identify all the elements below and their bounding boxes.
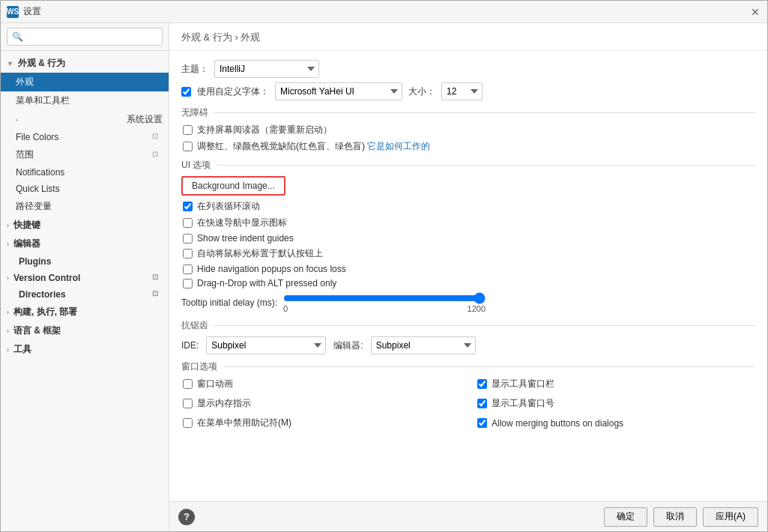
background-image-button[interactable]: Background Image... — [181, 176, 285, 196]
size-label: 大小： — [408, 85, 435, 98]
title-bar: WS 设置 ✕ — [1, 1, 767, 23]
window-animation-row: 窗口动画 — [181, 378, 461, 390]
show-icons-checkbox[interactable] — [183, 218, 193, 228]
sidebar-item-path-variables[interactable]: 路径变量 — [1, 197, 169, 216]
sidebar-item-quick-lists[interactable]: Quick Lists — [1, 181, 169, 197]
action-buttons: 确定 取消 应用(A) — [604, 507, 758, 527]
show-memory-row: 显示内存指示 — [181, 397, 461, 410]
screen-reader-label: 支持屏幕阅读器（需要重新启动） — [197, 124, 332, 136]
drag-drop-checkbox[interactable] — [183, 279, 193, 288]
slider-max-label: 1200 — [468, 304, 486, 313]
file-colors-icon: ⊡ — [152, 132, 163, 142]
drag-drop-row: Drag-n-Drop with ALT pressed only — [181, 278, 755, 288]
show-toolbar-numbers-label: 显示工具窗口号 — [492, 397, 554, 410]
sidebar-section-version-control[interactable]: › Version Control ⊡ — [1, 270, 169, 286]
auto-default-btn-row: 自动将鼠标光标置于默认按钮上 — [181, 247, 755, 260]
show-toolbar-numbers-row: 显示工具窗口号 — [476, 397, 755, 410]
show-toolbar-label: 显示工具窗口栏 — [492, 378, 554, 390]
apply-button[interactable]: 应用(A) — [703, 507, 758, 527]
title-bar-left: WS 设置 — [7, 5, 41, 18]
scroll-list-checkbox[interactable] — [183, 202, 193, 211]
ok-button[interactable]: 确定 — [604, 507, 647, 527]
screen-reader-row: 支持屏幕阅读器（需要重新启动） — [181, 124, 755, 136]
font-row: 使用自定义字体： Microsoft YaHei UI 大小： 12 — [181, 82, 755, 100]
cancel-button[interactable]: 取消 — [653, 507, 697, 527]
allow-merging-label: Allow merging buttons on dialogs — [492, 418, 623, 429]
vc-arrow: › — [7, 274, 9, 282]
directories-icon: ⊡ — [152, 289, 163, 300]
tooltip-slider[interactable] — [283, 292, 486, 304]
sidebar-section-build[interactable]: › 构建, 执行, 部署 — [1, 303, 169, 321]
sidebar-item-menus-toolbars[interactable]: 菜单和工具栏 — [1, 91, 169, 110]
tooltip-label: Tooltip initial delay (ms): — [181, 297, 277, 308]
allow-merging-checkbox[interactable] — [477, 418, 487, 428]
settings-content: 主题： IntelliJ 使用自定义字体： Microsoft YaHei UI… — [169, 51, 767, 501]
sidebar-section-shortcuts[interactable]: › 快捷键 — [1, 216, 169, 235]
color-adjust-label: 调整红、绿颜色视觉缺陷(红色盲、绿色盲) 它是如何工作的 — [197, 140, 430, 153]
sidebar-section-plugins[interactable]: Plugins — [1, 253, 169, 270]
sidebar-item-file-colors[interactable]: File Colors ⊡ — [1, 129, 169, 145]
hide-nav-popup-row: Hide navigation popups on focus loss — [181, 264, 755, 274]
window-options-grid: 窗口动画 显示工具窗口栏 显示内存指示 显示工具窗口号 — [181, 378, 755, 433]
app-icon: WS — [7, 6, 19, 18]
search-input[interactable] — [7, 28, 163, 46]
tree-indent-checkbox[interactable] — [183, 234, 193, 244]
show-memory-label: 显示内存指示 — [197, 397, 251, 410]
show-memory-checkbox[interactable] — [183, 399, 193, 408]
hide-nav-popup-checkbox[interactable] — [183, 265, 193, 274]
sidebar-section-appearance-behavior[interactable]: ▼ 外观 & 行为 — [1, 54, 169, 73]
window-animation-label: 窗口动画 — [197, 378, 233, 390]
bottom-bar: ? 确定 取消 应用(A) — [169, 501, 767, 531]
sidebar-item-notifications[interactable]: Notifications — [1, 164, 169, 181]
window-options-section-label: 窗口选项 — [181, 360, 755, 373]
slider-min-label: 0 — [283, 304, 288, 313]
font-select[interactable]: Microsoft YaHei UI — [275, 82, 402, 100]
help-button[interactable]: ? — [178, 509, 195, 525]
sidebar-section-lang[interactable]: › 语言 & 框架 — [1, 321, 169, 340]
sidebar-section-tools[interactable]: › 工具 — [1, 340, 169, 359]
sidebar-item-system-settings[interactable]: › 系统设置 — [1, 110, 169, 129]
slider-labels: 0 1200 — [283, 304, 486, 313]
sidebar: ▼ 外观 & 行为 外观 菜单和工具栏 › 系统设置 File Colors ⊡ — [1, 23, 169, 531]
show-icons-label: 在快速导航中显示图标 — [197, 217, 287, 229]
sidebar-section-editor[interactable]: › 编辑器 — [1, 235, 169, 253]
scroll-list-label: 在列表循环滚动 — [197, 200, 260, 213]
size-select[interactable]: 12 — [441, 82, 483, 100]
aa-section-label: 抗锯齿 — [181, 319, 755, 332]
screen-reader-checkbox[interactable] — [183, 125, 193, 135]
auto-default-btn-checkbox[interactable] — [183, 249, 193, 259]
editor-aa-select[interactable]: Subpixel — [371, 336, 476, 354]
editor-aa-label: 编辑器: — [333, 339, 363, 352]
tooltip-slider-row: Tooltip initial delay (ms): 0 1200 — [181, 292, 755, 313]
sidebar-nav: ▼ 外观 & 行为 外观 菜单和工具栏 › 系统设置 File Colors ⊡ — [1, 51, 169, 531]
color-adjust-row: 调整红、绿颜色视觉缺陷(红色盲、绿色盲) 它是如何工作的 — [181, 140, 755, 153]
sidebar-item-scope[interactable]: 范围 ⊡ — [1, 145, 169, 164]
scroll-list-row: 在列表循环滚动 — [181, 200, 755, 213]
tree-indent-row: Show tree indent guides — [181, 233, 755, 244]
theme-select[interactable]: IntelliJ — [214, 60, 319, 78]
show-toolbar-row: 显示工具窗口栏 — [476, 378, 755, 390]
how-it-works-link[interactable]: 它是如何工作的 — [367, 141, 430, 151]
search-box — [1, 23, 169, 51]
settings-window: WS 设置 ✕ ▼ 外观 & 行为 外观 菜单和工具栏 — [0, 0, 768, 532]
ui-section: Background Image... 在列表循环滚动 在快速导航中显示图标 S… — [181, 176, 755, 313]
close-button[interactable]: ✕ — [749, 6, 761, 18]
color-adjust-checkbox[interactable] — [183, 142, 193, 151]
disable-mnemonic-row: 在菜单中禁用助记符(M) — [181, 417, 461, 429]
ide-aa-select[interactable]: Subpixel — [206, 336, 326, 354]
vc-icon: ⊡ — [152, 273, 163, 283]
show-toolbar-checkbox[interactable] — [477, 379, 487, 389]
ide-aa-label: IDE: — [181, 340, 199, 351]
sidebar-item-appearance[interactable]: 外观 — [1, 73, 169, 91]
system-settings-arrow: › — [16, 116, 18, 124]
window-animation-checkbox[interactable] — [183, 379, 193, 389]
scope-icon: ⊡ — [152, 150, 163, 160]
tools-arrow: › — [7, 346, 9, 354]
sidebar-section-directories[interactable]: Directories ⊡ — [1, 286, 169, 303]
show-toolbar-numbers-checkbox[interactable] — [477, 399, 487, 408]
show-icons-row: 在快速导航中显示图标 — [181, 217, 755, 229]
lang-arrow: › — [7, 327, 9, 335]
theme-row: 主题： IntelliJ — [181, 60, 755, 78]
disable-mnemonic-checkbox[interactable] — [183, 418, 193, 428]
font-checkbox[interactable] — [181, 87, 191, 97]
